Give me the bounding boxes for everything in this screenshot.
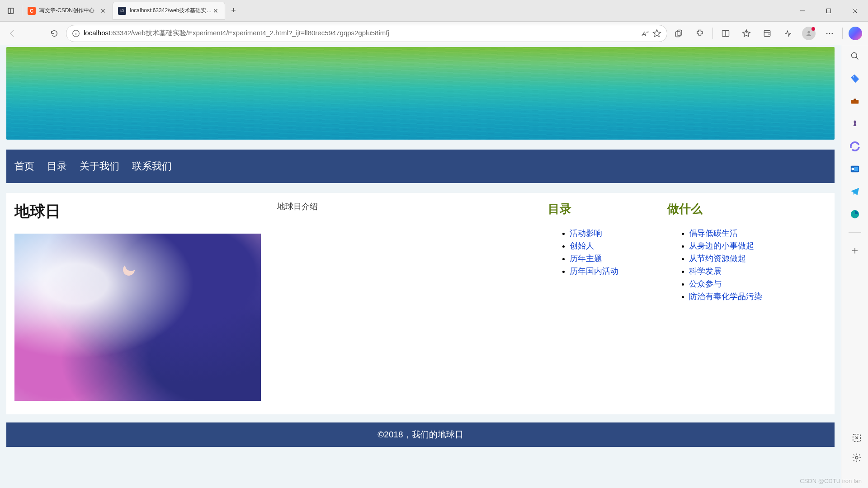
settings-icon[interactable] xyxy=(852,453,863,464)
text-size-icon[interactable]: A» xyxy=(642,29,649,38)
favorite-icon[interactable] xyxy=(652,29,661,38)
nav-about[interactable]: 关于我们 xyxy=(73,160,126,173)
page-viewport[interactable]: 首页 目录 关于我们 联系我们 地球日 地球日介绍 目录 xyxy=(0,45,841,488)
more-icon[interactable] xyxy=(821,24,839,42)
hero-banner xyxy=(6,47,835,140)
todo-link[interactable]: 倡导低碳生活 xyxy=(689,229,738,238)
svg-rect-25 xyxy=(854,99,856,101)
toc-title: 目录 xyxy=(548,201,655,217)
add-sidebar-icon[interactable] xyxy=(849,244,861,257)
microsoft365-icon[interactable] xyxy=(849,140,861,153)
todo-link[interactable]: 防治有毒化学品污染 xyxy=(689,292,762,301)
tools-icon[interactable] xyxy=(849,95,861,108)
main-content: 地球日 地球日介绍 目录 活动影响 创始人 历年主题 历年国内活动 xyxy=(6,193,835,414)
sky-image xyxy=(14,234,261,401)
forward-button xyxy=(24,24,42,42)
todo-link[interactable]: 公众参与 xyxy=(689,279,722,288)
svg-rect-9 xyxy=(677,30,682,35)
extensions-icon[interactable] xyxy=(691,24,709,42)
divider xyxy=(849,232,861,233)
address-bar[interactable]: localhost:63342/web技术基础实验/Experiment4/Ex… xyxy=(66,25,667,42)
new-tab-button[interactable]: + xyxy=(225,3,241,19)
search-icon[interactable] xyxy=(849,50,861,62)
nav-toc[interactable]: 目录 xyxy=(41,160,73,173)
screenshot-icon[interactable] xyxy=(852,433,863,444)
svg-point-28 xyxy=(851,168,854,170)
performance-icon[interactable] xyxy=(779,24,797,42)
outlook-icon[interactable] xyxy=(849,163,861,175)
list-item: 活动影响 xyxy=(570,228,655,239)
browser-toolbar: localhost:63342/web技术基础实验/Experiment4/Ex… xyxy=(0,22,868,45)
tab-csdn[interactable]: C 写文章-CSDN创作中心 ✕ xyxy=(22,2,113,20)
back-button[interactable] xyxy=(4,24,22,42)
copilot-button[interactable] xyxy=(846,24,864,42)
close-icon[interactable]: ✕ xyxy=(99,7,107,15)
list-item: 历年国内活动 xyxy=(570,266,655,277)
list-item: 公众参与 xyxy=(689,278,826,289)
url-text: localhost:63342/web技术基础实验/Experiment4/Ex… xyxy=(84,29,638,38)
tab-localhost[interactable]: IJ localhost:63342/web技术基础实… ✕ xyxy=(113,2,225,20)
toc-link[interactable]: 历年国内活动 xyxy=(570,267,618,276)
toc-list: 活动影响 创始人 历年主题 历年国内活动 xyxy=(548,228,655,277)
minimize-button[interactable] xyxy=(789,0,816,22)
profile-button[interactable] xyxy=(800,24,818,42)
split-screen-icon[interactable] xyxy=(717,24,735,42)
svg-rect-3 xyxy=(827,9,831,13)
shopping-tag-icon[interactable] xyxy=(849,72,861,85)
close-window-button[interactable] xyxy=(842,0,868,22)
svg-rect-15 xyxy=(764,30,770,36)
todo-list: 倡导低碳生活 从身边的小事做起 从节约资源做起 科学发展 公众参与 防治有毒化学… xyxy=(667,228,826,302)
maximize-button[interactable] xyxy=(816,0,842,22)
close-icon[interactable]: ✕ xyxy=(212,7,220,15)
list-item: 从节约资源做起 xyxy=(689,253,826,264)
collections-icon[interactable] xyxy=(758,24,776,42)
csdn-icon: C xyxy=(28,7,36,15)
toc-link[interactable]: 活动影响 xyxy=(570,229,602,238)
svg-rect-0 xyxy=(8,8,14,14)
copilot-icon xyxy=(849,27,862,40)
nav-home[interactable]: 首页 xyxy=(8,160,41,173)
avatar xyxy=(802,27,816,40)
list-item: 创始人 xyxy=(570,240,655,251)
todo-link[interactable]: 从身边的小事做起 xyxy=(689,241,754,250)
telegram-icon[interactable] xyxy=(849,185,861,198)
list-item: 防治有毒化学品污染 xyxy=(689,291,826,302)
tab-label: 写文章-CSDN创作中心 xyxy=(39,7,99,14)
collections-copy-icon[interactable] xyxy=(670,24,688,42)
edge-drop-icon[interactable] xyxy=(849,208,861,221)
tab-actions-icon[interactable] xyxy=(0,7,22,14)
page-title: 地球日 xyxy=(14,201,264,222)
divider xyxy=(712,28,713,39)
svg-point-17 xyxy=(807,31,810,33)
svg-rect-10 xyxy=(676,31,680,37)
favorites-icon[interactable] xyxy=(737,24,755,42)
window-controls xyxy=(789,0,868,22)
tab-label: localhost:63342/web技术基础实… xyxy=(130,7,212,14)
refresh-button[interactable] xyxy=(45,24,63,42)
svg-rect-24 xyxy=(851,100,859,103)
svg-point-33 xyxy=(855,456,858,459)
nav-contact[interactable]: 联系我们 xyxy=(126,160,178,173)
list-item: 科学发展 xyxy=(689,266,826,277)
svg-point-20 xyxy=(832,33,833,34)
games-icon[interactable] xyxy=(849,117,861,130)
svg-rect-1 xyxy=(8,8,10,14)
intro-heading: 地球日介绍 xyxy=(277,201,535,212)
site-info-icon[interactable] xyxy=(72,29,80,38)
edge-sidebar xyxy=(841,45,868,488)
svg-rect-27 xyxy=(854,167,858,171)
list-item: 倡导低碳生活 xyxy=(689,228,826,239)
todo-link[interactable]: 从节约资源做起 xyxy=(689,254,746,263)
list-item: 从身边的小事做起 xyxy=(689,240,826,251)
site-footer: ©2018，我们的地球日 xyxy=(6,422,835,447)
toc-link[interactable]: 历年主题 xyxy=(570,254,602,263)
svg-line-22 xyxy=(856,57,858,60)
tab-strip: C 写文章-CSDN创作中心 ✕ IJ localhost:63342/web技… xyxy=(22,0,789,21)
toc-link[interactable]: 创始人 xyxy=(570,241,594,250)
todo-link[interactable]: 科学发展 xyxy=(689,267,722,276)
intellij-icon: IJ xyxy=(118,7,126,15)
divider xyxy=(842,28,843,39)
svg-point-23 xyxy=(853,76,854,78)
svg-point-21 xyxy=(851,53,857,58)
watermark: CSDN @CDTU iron fan xyxy=(800,478,862,484)
